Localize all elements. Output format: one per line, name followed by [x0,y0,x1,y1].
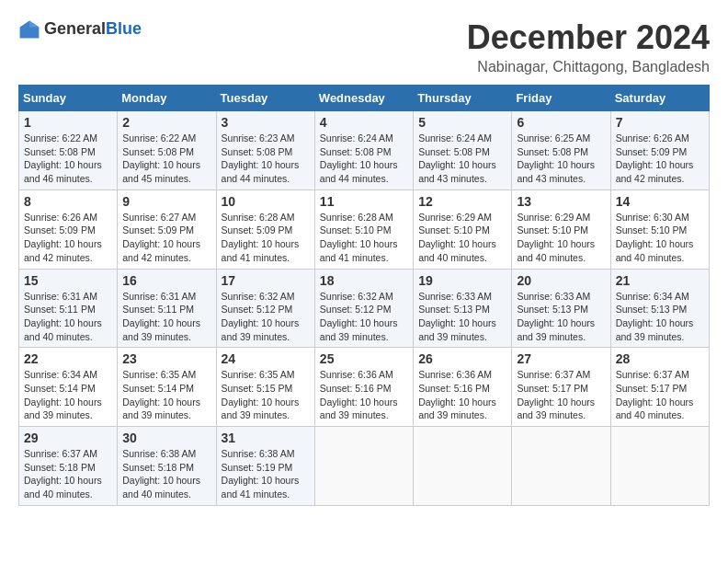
calendar-cell: 24 Sunrise: 6:35 AM Sunset: 5:15 PM Dayl… [216,348,314,427]
day-number: 10 [222,194,310,209]
calendar-cell: 28 Sunrise: 6:37 AM Sunset: 5:17 PM Dayl… [610,348,709,427]
calendar-cell: 18 Sunrise: 6:32 AM Sunset: 5:12 PM Dayl… [314,269,413,348]
calendar-cell: 31 Sunrise: 6:38 AM Sunset: 5:19 PM Dayl… [216,427,314,506]
calendar-header: SundayMondayTuesdayWednesdayThursdayFrid… [19,86,710,111]
weekday-header: Wednesday [314,86,413,111]
day-info: Sunrise: 6:24 AM Sunset: 5:08 PM Dayligh… [418,132,506,186]
day-number: 17 [222,273,310,288]
svg-marker-1 [29,20,39,27]
day-info: Sunrise: 6:33 AM Sunset: 5:13 PM Dayligh… [418,290,506,344]
calendar-title: December 2024 [467,18,710,57]
day-info: Sunrise: 6:22 AM Sunset: 5:08 PM Dayligh… [24,132,112,186]
day-info: Sunrise: 6:37 AM Sunset: 5:18 PM Dayligh… [24,447,112,501]
day-info: Sunrise: 6:29 AM Sunset: 5:10 PM Dayligh… [418,211,506,265]
calendar-cell: 11 Sunrise: 6:28 AM Sunset: 5:10 PM Dayl… [314,190,413,269]
day-number: 31 [222,431,310,445]
day-number: 22 [24,351,112,366]
day-number: 6 [517,115,605,130]
day-info: Sunrise: 6:26 AM Sunset: 5:09 PM Dayligh… [616,132,704,186]
calendar-cell: 4 Sunrise: 6:24 AM Sunset: 5:08 PM Dayli… [314,111,413,190]
calendar-cell: 7 Sunrise: 6:26 AM Sunset: 5:09 PM Dayli… [610,111,709,190]
day-info: Sunrise: 6:23 AM Sunset: 5:08 PM Dayligh… [222,132,310,186]
calendar-cell: 27 Sunrise: 6:37 AM Sunset: 5:17 PM Dayl… [512,348,610,427]
calendar-body: 1 Sunrise: 6:22 AM Sunset: 5:08 PM Dayli… [19,111,710,506]
header: GeneralBlue December 2024 Nabinagar, Chi… [18,18,710,75]
day-number: 7 [616,115,704,130]
day-info: Sunrise: 6:32 AM Sunset: 5:12 PM Dayligh… [320,290,408,344]
day-number: 19 [418,273,506,288]
day-number: 15 [24,273,112,288]
calendar-week-row: 1 Sunrise: 6:22 AM Sunset: 5:08 PM Dayli… [19,111,710,190]
calendar-cell [610,427,709,506]
day-number: 16 [122,273,210,288]
calendar-week-row: 29 Sunrise: 6:37 AM Sunset: 5:18 PM Dayl… [19,427,710,506]
day-info: Sunrise: 6:34 AM Sunset: 5:13 PM Dayligh… [616,290,704,344]
calendar-cell [314,427,413,506]
calendar-cell: 30 Sunrise: 6:38 AM Sunset: 5:18 PM Dayl… [118,427,216,506]
day-info: Sunrise: 6:26 AM Sunset: 5:09 PM Dayligh… [24,211,112,265]
title-area: December 2024 Nabinagar, Chittagong, Ban… [467,18,710,75]
day-info: Sunrise: 6:28 AM Sunset: 5:09 PM Dayligh… [222,211,310,265]
day-number: 5 [418,115,506,130]
calendar-subtitle: Nabinagar, Chittagong, Bangladesh [467,59,710,75]
day-info: Sunrise: 6:22 AM Sunset: 5:08 PM Dayligh… [122,132,210,186]
day-number: 24 [222,351,310,366]
day-number: 26 [418,351,506,366]
day-number: 27 [517,351,605,366]
weekday-header: Thursday [414,86,512,111]
calendar-week-row: 22 Sunrise: 6:34 AM Sunset: 5:14 PM Dayl… [19,348,710,427]
logo-general-text: General [44,20,106,39]
calendar-week-row: 8 Sunrise: 6:26 AM Sunset: 5:09 PM Dayli… [19,190,710,269]
day-number: 12 [418,194,506,209]
calendar-cell: 14 Sunrise: 6:30 AM Sunset: 5:10 PM Dayl… [610,190,709,269]
day-info: Sunrise: 6:25 AM Sunset: 5:08 PM Dayligh… [517,132,605,186]
logo-icon [18,18,40,40]
day-info: Sunrise: 6:28 AM Sunset: 5:10 PM Dayligh… [320,211,408,265]
day-info: Sunrise: 6:37 AM Sunset: 5:17 PM Dayligh… [616,368,704,422]
weekday-header: Sunday [19,86,118,111]
day-number: 8 [24,194,112,209]
calendar-cell: 29 Sunrise: 6:37 AM Sunset: 5:18 PM Dayl… [19,427,118,506]
calendar-table: SundayMondayTuesdayWednesdayThursdayFrid… [18,85,710,506]
day-info: Sunrise: 6:38 AM Sunset: 5:18 PM Dayligh… [122,447,210,501]
calendar-cell [414,427,512,506]
calendar-cell: 12 Sunrise: 6:29 AM Sunset: 5:10 PM Dayl… [414,190,512,269]
calendar-cell: 19 Sunrise: 6:33 AM Sunset: 5:13 PM Dayl… [414,269,512,348]
calendar-cell: 26 Sunrise: 6:36 AM Sunset: 5:16 PM Dayl… [414,348,512,427]
calendar-cell: 1 Sunrise: 6:22 AM Sunset: 5:08 PM Dayli… [19,111,118,190]
logo-blue-text: Blue [106,20,142,39]
calendar-cell: 15 Sunrise: 6:31 AM Sunset: 5:11 PM Dayl… [19,269,118,348]
day-info: Sunrise: 6:38 AM Sunset: 5:19 PM Dayligh… [222,447,310,501]
weekday-header: Friday [512,86,610,111]
calendar-cell: 10 Sunrise: 6:28 AM Sunset: 5:09 PM Dayl… [216,190,314,269]
weekday-header: Saturday [610,86,709,111]
day-number: 11 [320,194,408,209]
calendar-cell: 2 Sunrise: 6:22 AM Sunset: 5:08 PM Dayli… [118,111,216,190]
weekday-header: Monday [118,86,216,111]
calendar-cell: 23 Sunrise: 6:35 AM Sunset: 5:14 PM Dayl… [118,348,216,427]
day-info: Sunrise: 6:31 AM Sunset: 5:11 PM Dayligh… [24,290,112,344]
calendar-cell: 17 Sunrise: 6:32 AM Sunset: 5:12 PM Dayl… [216,269,314,348]
day-info: Sunrise: 6:33 AM Sunset: 5:13 PM Dayligh… [517,290,605,344]
calendar-cell: 21 Sunrise: 6:34 AM Sunset: 5:13 PM Dayl… [610,269,709,348]
day-info: Sunrise: 6:36 AM Sunset: 5:16 PM Dayligh… [320,368,408,422]
day-number: 2 [122,115,210,130]
calendar-cell: 20 Sunrise: 6:33 AM Sunset: 5:13 PM Dayl… [512,269,610,348]
day-number: 28 [616,351,704,366]
calendar-cell: 6 Sunrise: 6:25 AM Sunset: 5:08 PM Dayli… [512,111,610,190]
calendar-cell: 25 Sunrise: 6:36 AM Sunset: 5:16 PM Dayl… [314,348,413,427]
day-info: Sunrise: 6:35 AM Sunset: 5:15 PM Dayligh… [222,368,310,422]
day-info: Sunrise: 6:27 AM Sunset: 5:09 PM Dayligh… [122,211,210,265]
day-number: 3 [222,115,310,130]
calendar-cell: 9 Sunrise: 6:27 AM Sunset: 5:09 PM Dayli… [118,190,216,269]
day-number: 4 [320,115,408,130]
day-number: 29 [24,431,112,445]
calendar-cell [512,427,610,506]
day-info: Sunrise: 6:31 AM Sunset: 5:11 PM Dayligh… [122,290,210,344]
logo: GeneralBlue [18,18,142,40]
day-number: 9 [122,194,210,209]
day-number: 20 [517,273,605,288]
day-info: Sunrise: 6:29 AM Sunset: 5:10 PM Dayligh… [517,211,605,265]
calendar-cell: 16 Sunrise: 6:31 AM Sunset: 5:11 PM Dayl… [118,269,216,348]
day-info: Sunrise: 6:24 AM Sunset: 5:08 PM Dayligh… [320,132,408,186]
